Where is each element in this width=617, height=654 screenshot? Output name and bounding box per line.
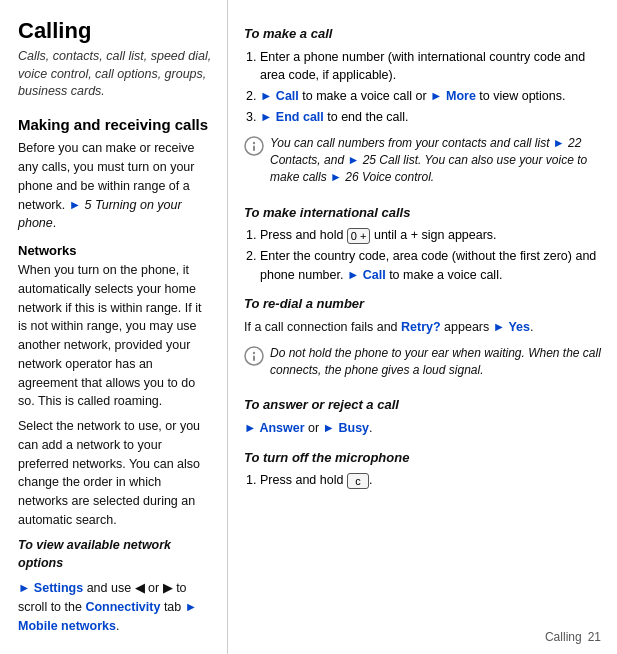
make-call-steps: Enter a phone number (with international… [244, 48, 601, 127]
intl-call-link[interactable]: Call [363, 268, 386, 282]
page-container: Calling Calls, contacts, call list, spee… [0, 0, 617, 654]
arrow-sym2: ► [18, 581, 34, 595]
networks-title: Networks [18, 243, 213, 258]
networks-body2: Select the network to use, or you can ad… [18, 417, 213, 530]
tip1-icon [244, 136, 264, 156]
settings-link[interactable]: Settings [34, 581, 83, 595]
section1-body: Before you can make or receive any calls… [18, 139, 213, 233]
yes-link[interactable]: Yes [508, 320, 530, 334]
arrow-sym: ► [69, 198, 85, 212]
call-link[interactable]: Call [276, 89, 299, 103]
intl-call-steps: Press and hold 0 + until a + sign appear… [244, 226, 601, 284]
page-footer: Calling 21 [545, 630, 601, 644]
left-column: Calling Calls, contacts, call list, spee… [0, 0, 228, 654]
making-receiving-title: Making and receiving calls [18, 115, 213, 135]
make-call-step-1: Enter a phone number (with international… [260, 48, 601, 86]
view-network-body: ► Settings and use ◀ or ▶ to scroll to t… [18, 579, 213, 635]
redial-title: To re-dial a number [244, 294, 601, 314]
tip2-box: Do not hold the phone to your ear when w… [244, 345, 601, 386]
c-key: c [347, 473, 369, 489]
mobile-link[interactable]: Mobile networks [18, 619, 116, 633]
retry-link[interactable]: Retry? [401, 320, 441, 334]
answer-link[interactable]: Answer [259, 421, 304, 435]
right-column: To make a call Enter a phone number (wit… [228, 0, 617, 654]
make-call-step-3: ► End call to end the call. [260, 108, 601, 127]
mic-step-1: Press and hold c. [260, 471, 601, 490]
connectivity-link[interactable]: Connectivity [85, 600, 160, 614]
tip1-box: You can call numbers from your contacts … [244, 135, 601, 193]
make-call-title: To make a call [244, 24, 601, 44]
end-call-link[interactable]: End call [276, 110, 324, 124]
svg-point-4 [253, 351, 255, 353]
answer-body: ► Answer or ► Busy. [244, 419, 601, 438]
footer-label: Calling [545, 630, 582, 644]
tip2-icon [244, 346, 264, 366]
tip2-text: Do not hold the phone to your ear when w… [270, 345, 601, 380]
tip1-text: You can call numbers from your contacts … [270, 135, 601, 187]
more-link[interactable]: More [446, 89, 476, 103]
intl-call-step-1: Press and hold 0 + until a + sign appear… [260, 226, 601, 245]
view-network-procedure: To view available network options [18, 536, 213, 574]
svg-rect-2 [253, 145, 255, 151]
page-title: Calling [18, 18, 213, 44]
zero-plus-key: 0 + [347, 228, 371, 244]
svg-point-1 [253, 141, 255, 143]
busy-link[interactable]: Busy [338, 421, 369, 435]
answer-title: To answer or reject a call [244, 395, 601, 415]
subtitle: Calls, contacts, call list, speed dial, … [18, 48, 213, 101]
intl-call-step-2: Enter the country code, area code (witho… [260, 247, 601, 285]
redial-body: If a call connection fails and Retry? ap… [244, 318, 601, 337]
footer-page: 21 [588, 630, 601, 644]
mic-steps: Press and hold c. [244, 471, 601, 490]
mic-title: To turn off the microphone [244, 448, 601, 468]
make-call-step-2: ► Call to make a voice call or ► More to… [260, 87, 601, 106]
intl-call-title: To make international calls [244, 203, 601, 223]
svg-rect-5 [253, 355, 255, 361]
view-network-italic: To view available network options [18, 538, 171, 571]
networks-body1: When you turn on the phone, it automatic… [18, 261, 213, 411]
